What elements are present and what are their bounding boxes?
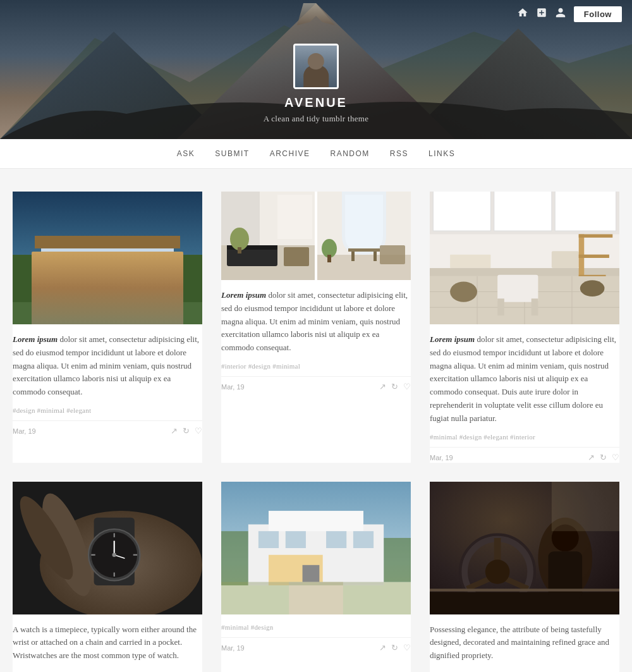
user-icon[interactable]	[555, 7, 566, 21]
post-1-images	[13, 192, 202, 324]
like-icon-3[interactable]: ♡	[612, 453, 619, 463]
svg-rect-81	[353, 531, 374, 548]
svg-rect-68	[133, 554, 137, 555]
post-4-image	[13, 482, 202, 614]
svg-rect-21	[284, 247, 309, 266]
svg-rect-54	[497, 298, 504, 315]
post-5-tags: #minimal #design	[221, 623, 411, 631]
svg-point-71	[112, 553, 116, 556]
svg-rect-79	[286, 531, 306, 548]
svg-point-56	[450, 282, 477, 302]
post-2-images	[221, 192, 411, 280]
svg-rect-30	[351, 252, 355, 261]
nav-rss[interactable]: RSS	[390, 149, 408, 158]
svg-rect-38	[494, 192, 552, 231]
post-1-image	[13, 192, 202, 324]
svg-rect-11	[92, 252, 117, 274]
post-5: #minimal #design Mar, 19 ↗ ↻ ♡	[221, 482, 411, 672]
svg-rect-45	[579, 255, 609, 258]
like-icon[interactable]: ♡	[195, 426, 202, 436]
like-icon-2[interactable]: ♡	[403, 382, 411, 392]
content-area: Lorem ipsum dolor sit amet, consectetur …	[0, 169, 632, 672]
avatar	[293, 44, 339, 89]
post-1-body: Lorem ipsum dolor sit amet, consectetur …	[13, 324, 202, 436]
svg-rect-12	[130, 252, 155, 274]
post-3-body: Lorem ipsum dolor sit amet, consectetur …	[430, 324, 619, 463]
follow-button[interactable]: Follow	[574, 6, 622, 22]
post-6-image	[430, 482, 619, 614]
post-1-footer: Mar, 19 ↗ ↻ ♡	[13, 420, 202, 436]
top-nav: Follow	[507, 0, 632, 28]
svg-rect-65	[114, 533, 115, 537]
post-1-tags: #design #minimal #elegant	[13, 406, 202, 414]
share-icon-2[interactable]: ↗	[379, 382, 386, 392]
hero-content: AVENUE A clean and tidy tumblr theme	[264, 44, 368, 139]
svg-rect-42	[552, 251, 579, 268]
svg-rect-80	[326, 531, 346, 548]
svg-rect-85	[248, 582, 384, 585]
post-6-body: Possessing elegance, the attribute of be…	[430, 614, 619, 672]
svg-point-57	[580, 280, 605, 296]
nav-ask[interactable]: ASK	[177, 149, 195, 158]
like-icon-5[interactable]: ♡	[403, 643, 411, 653]
svg-rect-66	[114, 572, 115, 576]
nav-submit[interactable]: SUBMIT	[215, 149, 249, 158]
svg-rect-96	[549, 551, 583, 599]
post-4-body: A watch is a timepiece, typically worn e…	[13, 614, 202, 672]
svg-rect-6	[13, 192, 202, 324]
post-3: Lorem ipsum dolor sit amet, consectetur …	[430, 192, 619, 463]
svg-rect-98	[552, 482, 619, 531]
svg-rect-26	[238, 247, 241, 254]
post-2: Lorem ipsum dolor sit amet, consectetur …	[221, 192, 411, 463]
share-icon-3[interactable]: ↗	[588, 453, 595, 463]
post-3-date: Mar, 19	[430, 454, 453, 461]
nav-links[interactable]: LINKS	[428, 149, 455, 158]
post-2-image-left	[221, 192, 315, 280]
svg-rect-41	[450, 255, 490, 268]
post-6-images	[430, 482, 619, 614]
svg-rect-9	[35, 236, 180, 248]
reblog-icon-5[interactable]: ↻	[391, 643, 398, 653]
svg-rect-34	[327, 255, 331, 262]
svg-rect-29	[348, 248, 380, 252]
svg-rect-31	[374, 252, 377, 261]
post-6-text: Possessing elegance, the attribute of be…	[430, 623, 619, 663]
post-3-text: Lorem ipsum dolor sit amet, consectetur …	[430, 333, 619, 425]
post-2-footer: Mar, 19 ↗ ↻ ♡	[221, 376, 411, 392]
post-3-tags: #minimal #design #elegant #interior	[430, 433, 619, 441]
post-2-actions: ↗ ↻ ♡	[379, 382, 411, 392]
post-5-images	[221, 482, 411, 614]
svg-rect-55	[532, 298, 538, 315]
blog-name: AVENUE	[284, 95, 348, 110]
post-2-body: Lorem ipsum dolor sit amet, consectetur …	[221, 280, 411, 392]
nav-archive[interactable]: ARCHIVE	[270, 149, 310, 158]
reblog-icon-2[interactable]: ↻	[391, 382, 398, 392]
home-icon[interactable]	[517, 7, 528, 21]
nav-random[interactable]: RANDOM	[330, 149, 369, 158]
svg-rect-44	[579, 235, 613, 238]
post-6: Possessing elegance, the attribute of be…	[430, 482, 619, 672]
svg-rect-14	[13, 302, 202, 324]
compose-icon[interactable]	[536, 7, 547, 21]
svg-rect-39	[555, 192, 616, 231]
svg-rect-15	[79, 296, 136, 301]
svg-rect-84	[289, 582, 343, 614]
svg-rect-16	[85, 301, 130, 304]
share-icon-5[interactable]: ↗	[379, 643, 386, 653]
svg-rect-93	[430, 592, 619, 614]
post-1-date: Mar, 19	[13, 427, 36, 435]
svg-rect-97	[430, 589, 619, 591]
svg-rect-10	[54, 252, 79, 274]
share-icon[interactable]: ↗	[171, 426, 178, 436]
svg-rect-78	[258, 531, 279, 548]
svg-point-92	[485, 559, 510, 584]
post-5-image	[221, 482, 411, 614]
reblog-icon-3[interactable]: ↻	[600, 453, 607, 463]
reblog-icon[interactable]: ↻	[183, 426, 190, 436]
svg-rect-32	[380, 245, 405, 264]
svg-rect-7	[13, 255, 202, 324]
post-5-actions: ↗ ↻ ♡	[379, 643, 411, 653]
svg-rect-74	[221, 531, 248, 585]
post-4-images	[13, 482, 202, 614]
post-2-tags: #interior #design #minimal	[221, 362, 411, 370]
